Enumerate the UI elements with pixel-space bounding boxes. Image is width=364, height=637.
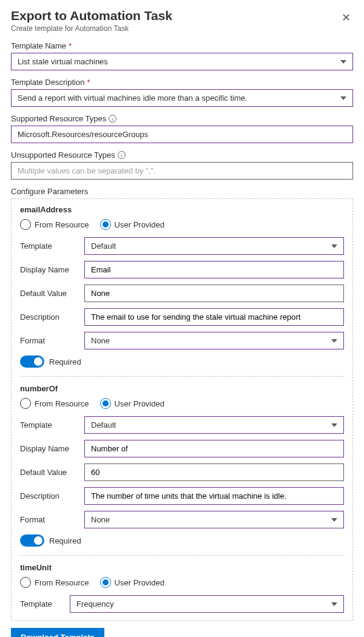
format-label: Format (20, 515, 81, 524)
emailaddress-defaultvalue-input[interactable] (84, 285, 344, 302)
template-label: Template (20, 420, 81, 430)
supported-resource-types-input[interactable]: Microsoft.Resources/resourceGroups (11, 126, 353, 143)
description-label: Description (20, 312, 81, 322)
template-description-label: Template Description* (11, 78, 353, 87)
emailaddress-template-select[interactable]: Default (84, 237, 344, 255)
radio-from-resource[interactable]: From Resource (20, 219, 89, 230)
numberof-displayname-input[interactable] (84, 440, 344, 457)
required-label: Required (49, 357, 81, 366)
radio-user-provided[interactable]: User Provided (100, 577, 164, 588)
download-template-button[interactable]: Download Template (11, 628, 104, 637)
emailaddress-description-input[interactable] (84, 308, 344, 326)
description-label: Description (20, 491, 81, 500)
displayname-label: Display Name (20, 444, 81, 453)
unsupported-resource-types-input[interactable]: Multiple values can be separated by ",". (11, 162, 353, 180)
radio-user-provided[interactable]: User Provided (100, 219, 164, 230)
numberof-required-toggle[interactable] (20, 534, 44, 547)
chevron-down-icon (331, 244, 337, 248)
chevron-down-icon (331, 423, 337, 427)
timeunit-template-select[interactable]: Frequency (70, 595, 344, 613)
chevron-down-icon (340, 60, 346, 64)
template-label: Template (20, 599, 66, 608)
radio-from-resource[interactable]: From Resource (20, 577, 89, 588)
radio-from-resource[interactable]: From Resource (20, 398, 89, 409)
chevron-down-icon (331, 339, 337, 343)
numberof-defaultvalue-input[interactable] (84, 463, 344, 481)
displayname-label: Display Name (20, 265, 81, 274)
param-timeunit-name: timeUnit (20, 563, 344, 572)
info-icon[interactable]: i (109, 115, 116, 123)
close-icon[interactable]: ✕ (339, 8, 353, 27)
parameters-container: emailAddress From Resource User Provided… (11, 198, 353, 621)
info-icon[interactable]: i (118, 151, 126, 159)
format-label: Format (20, 336, 81, 345)
chevron-down-icon (340, 96, 346, 100)
emailaddress-format-select[interactable]: None (84, 332, 344, 349)
emailaddress-displayname-input[interactable] (84, 261, 344, 278)
numberof-description-input[interactable] (84, 487, 344, 505)
numberof-template-select[interactable]: Default (84, 416, 344, 434)
defaultvalue-label: Default Value (20, 468, 81, 477)
template-name-select[interactable]: List stale virtual machines (11, 53, 353, 70)
configure-parameters-label: Configure Parameters (11, 187, 353, 196)
numberof-format-select[interactable]: None (84, 511, 344, 528)
page-subtitle: Create template for Automation Task (11, 24, 172, 33)
param-numberof-name: numberOf (20, 384, 344, 393)
template-description-select[interactable]: Send a report with virtual machines idle… (11, 89, 353, 107)
template-name-label: Template Name* (11, 41, 353, 50)
radio-user-provided[interactable]: User Provided (100, 398, 164, 409)
template-label: Template (20, 241, 81, 251)
defaultvalue-label: Default Value (20, 289, 81, 298)
chevron-down-icon (331, 518, 337, 522)
emailaddress-required-toggle[interactable] (20, 356, 44, 368)
required-label: Required (49, 536, 81, 545)
param-emailaddress-name: emailAddress (20, 205, 344, 214)
unsupported-resource-types-label: Unsupported Resource Types i (11, 150, 353, 160)
chevron-down-icon (331, 602, 337, 606)
supported-resource-types-label: Supported Resource Types i (11, 114, 353, 123)
page-title: Export to Automation Task (11, 8, 172, 23)
